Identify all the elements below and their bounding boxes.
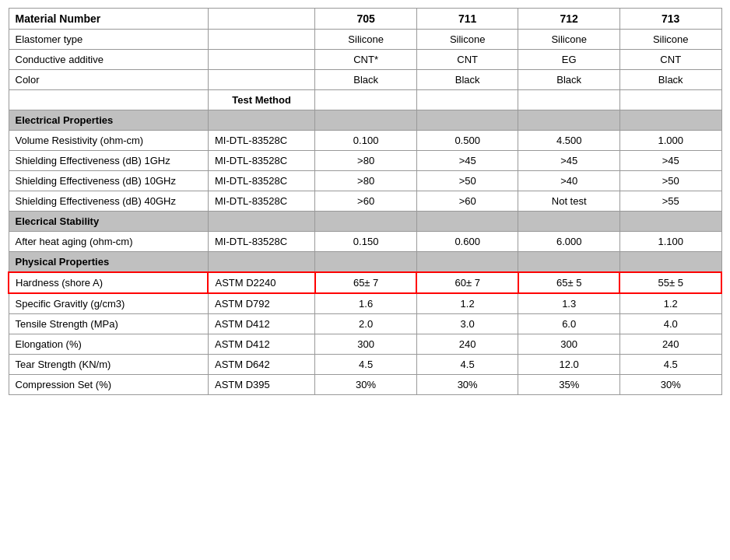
val-712: >45 (518, 151, 620, 171)
val-712: Silicone (518, 30, 620, 50)
method-cell: ASTM D412 (208, 314, 314, 334)
val-713: >55 (619, 191, 721, 212)
val-711: 240 (416, 334, 518, 355)
val-712: 4.500 (518, 131, 620, 151)
table-row: Volume Resistivity (ohm-cm) MI-DTL-83528… (9, 131, 721, 151)
val-713: 30% (619, 375, 721, 395)
property-cell: Elongation (%) (9, 334, 208, 355)
method-cell: ASTM D2240 (208, 272, 314, 293)
val-712: 12.0 (518, 355, 620, 375)
val-711: 60± 7 (416, 272, 518, 293)
table-row: Elongation (%) ASTM D412 300 240 300 240 (9, 334, 721, 355)
property-cell: Elastomer type (9, 30, 208, 50)
val-711: 0.600 (416, 232, 518, 252)
val-712: 6.0 (518, 314, 620, 334)
materials-table: Material Number 705 711 712 713 Elastome… (8, 8, 722, 395)
table-row: Hardness (shore A) ASTM D2240 65± 7 60± … (9, 272, 721, 293)
val-713: 55± 5 (619, 272, 721, 293)
method-cell: MI-DTL-83528C (208, 191, 314, 212)
section-name: Physical Properties (9, 252, 208, 273)
val-712: Not test (518, 191, 620, 212)
property-cell: Color (9, 70, 208, 90)
val-713: Black (619, 70, 721, 90)
val-705: 1.6 (315, 293, 417, 314)
table-body: Elastomer type Silicone Silicone Silicon… (9, 30, 721, 395)
val-705: 0.150 (315, 232, 417, 252)
val-705: 65± 7 (315, 272, 417, 293)
table-row: Compression Set (%) ASTM D395 30% 30% 35… (9, 375, 721, 395)
val-705: >60 (315, 191, 417, 212)
val-705: >80 (315, 151, 417, 171)
property-cell: Conductive additive (9, 50, 208, 70)
val-713: 4.0 (619, 314, 721, 334)
property-cell: Shielding Effectiveness (dB) 10GHz (9, 171, 208, 191)
section-header-row: Physical Properties (9, 252, 721, 273)
empty-cell (9, 90, 208, 110)
method-cell: ASTM D412 (208, 334, 314, 355)
table-row: Shielding Effectiveness (dB) 1GHz MI-DTL… (9, 151, 721, 171)
property-cell: Compression Set (%) (9, 375, 208, 395)
table-header-row: Material Number 705 711 712 713 (9, 9, 721, 30)
table-row: Tear Strength (KN/m) ASTM D642 4.5 4.5 1… (9, 355, 721, 375)
val-713: >45 (619, 151, 721, 171)
val-711: Silicone (416, 30, 518, 50)
info-row: Conductive additive CNT* CNT EG CNT (9, 50, 721, 70)
col712-header: 712 (518, 9, 620, 30)
test-method-header-row: Test Method (9, 90, 721, 110)
method-cell: ASTM D395 (208, 375, 314, 395)
method-cell: MI-DTL-83528C (208, 151, 314, 171)
material-number-header: Material Number (9, 9, 208, 30)
val-711: 4.5 (416, 355, 518, 375)
table-row: Shielding Effectiveness (dB) 10GHz MI-DT… (9, 171, 721, 191)
val-713: 1.000 (619, 131, 721, 151)
property-cell: Shielding Effectiveness (dB) 40GHz (9, 191, 208, 212)
method-cell: MI-DTL-83528C (208, 131, 314, 151)
property-cell: Hardness (shore A) (9, 272, 208, 293)
val-711: Black (416, 70, 518, 90)
val-713: 1.2 (619, 293, 721, 314)
val-705: 2.0 (315, 314, 417, 334)
test-method-label: Test Method (208, 90, 314, 110)
val-712: EG (518, 50, 620, 70)
val-711: >45 (416, 151, 518, 171)
method-cell: MI-DTL-83528C (208, 232, 314, 252)
val-711: 0.500 (416, 131, 518, 151)
table-row: Tensile Strength (MPa) ASTM D412 2.0 3.0… (9, 314, 721, 334)
val-712: 300 (518, 334, 620, 355)
col705-header: 705 (315, 9, 417, 30)
val-705: 4.5 (315, 355, 417, 375)
val-713: 1.100 (619, 232, 721, 252)
val-711: CNT (416, 50, 518, 70)
val-705: 0.100 (315, 131, 417, 151)
val-705: 30% (315, 375, 417, 395)
method-cell (208, 70, 314, 90)
table-row: After heat aging (ohm-cm) MI-DTL-83528C … (9, 232, 721, 252)
property-cell: Specific Gravitly (g/cm3) (9, 293, 208, 314)
property-cell: Volume Resistivity (ohm-cm) (9, 131, 208, 151)
property-cell: Tensile Strength (MPa) (9, 314, 208, 334)
val-713: 4.5 (619, 355, 721, 375)
section-name: Electrical Properties (9, 110, 208, 131)
info-row: Elastomer type Silicone Silicone Silicon… (9, 30, 721, 50)
val-712: >40 (518, 171, 620, 191)
method-cell: ASTM D792 (208, 293, 314, 314)
test-method-col-header (208, 9, 314, 30)
val-711: 3.0 (416, 314, 518, 334)
val-713: CNT (619, 50, 721, 70)
property-cell: Tear Strength (KN/m) (9, 355, 208, 375)
val-712: 6.000 (518, 232, 620, 252)
val-705: Black (315, 70, 417, 90)
val-711: 1.2 (416, 293, 518, 314)
method-cell: MI-DTL-83528C (208, 171, 314, 191)
section-header-row: Elecrical Stability (9, 212, 721, 232)
val-712: 35% (518, 375, 620, 395)
val-713: 240 (619, 334, 721, 355)
col711-header: 711 (416, 9, 518, 30)
col713-header: 713 (619, 9, 721, 30)
val-712: 65± 5 (518, 272, 620, 293)
val-712: 1.3 (518, 293, 620, 314)
val-705: 300 (315, 334, 417, 355)
val-711: >60 (416, 191, 518, 212)
val-705: >80 (315, 171, 417, 191)
val-712: Black (518, 70, 620, 90)
